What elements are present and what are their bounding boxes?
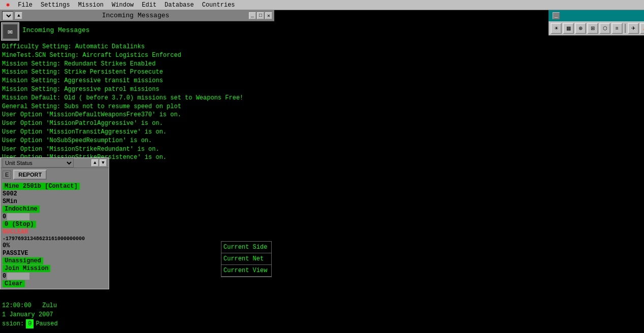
stop-label: 0 (Stop) bbox=[3, 221, 36, 228]
messages-title-text: Incoming Messages bbox=[20, 21, 92, 39]
msg-line-6: Mission Setting: Aggressive patrol missi… bbox=[2, 85, 272, 94]
unassigned-label: Unassigned bbox=[3, 257, 43, 264]
toolbar-btn-7[interactable]: ✈ bbox=[628, 23, 639, 34]
nuclear-label: NUCLEAR bbox=[3, 228, 28, 236]
unit-scroll-down[interactable]: ▼ bbox=[100, 159, 107, 166]
indochine-label: Indochine bbox=[3, 206, 40, 213]
current-side: Current Side bbox=[221, 242, 271, 253]
msg-line-12: User Option 'NoSubSpeedResumption' is on… bbox=[2, 137, 272, 145]
unit-status-tabs: E REPORT bbox=[1, 168, 109, 181]
session-line: ssion: 0 Paused bbox=[2, 319, 77, 328]
pct-label: 0% bbox=[3, 242, 10, 249]
msg-line-8: General Setting: Subs not to resume spee… bbox=[2, 103, 272, 111]
passive-row: PASSIVE bbox=[3, 250, 107, 257]
minimize-button[interactable]: _ bbox=[249, 12, 256, 19]
menu-file[interactable]: File bbox=[14, 1, 37, 10]
left-panel: ▲ Incoming Messages _ □ ✕ Incoming Messa… bbox=[0, 10, 274, 333]
tactical-titlebar: _ Tactical ▲ ▼ bbox=[549, 10, 644, 21]
msg-line-10: User Option 'MissionPatrolAggressive' is… bbox=[2, 119, 272, 128]
report-button[interactable]: REPORT bbox=[13, 170, 47, 180]
s002-label: S002 bbox=[3, 190, 17, 197]
trajectory-svg: ✕ ↖ bbox=[549, 36, 644, 314]
unit-scroll-up[interactable]: ▲ bbox=[91, 159, 99, 166]
msg-line-9: User Option 'MissionDefaultWeaponsFree37… bbox=[2, 111, 272, 119]
menu-database[interactable]: Database bbox=[160, 1, 198, 10]
current-panel: Current Side Current Net Current View bbox=[221, 241, 272, 277]
tactical-minimize-btn[interactable]: _ bbox=[553, 12, 560, 19]
unit-status-dropdown[interactable]: Unit Status bbox=[3, 158, 74, 168]
tactical-toolbar: ☀ ▦ ⊕ ⊞ ⬡ ≡ ✈ ⛵ 🚢 ⊗ 📡 🛰 🚁 🚀 ☢ bbox=[549, 21, 644, 36]
messages-title: Incoming Messages bbox=[22, 12, 249, 19]
session-text: ssion: bbox=[2, 319, 24, 328]
tactical-canvas[interactable]: ✕ ↖ S002 000 0000 VDee bbox=[549, 36, 644, 314]
time-line: 12:00:00 Zulu bbox=[2, 301, 77, 310]
scroll-up-arrow[interactable]: ▲ bbox=[15, 12, 22, 19]
toolbar-btn-8[interactable]: ⛵ bbox=[640, 23, 644, 34]
messages-icon-area: Incoming Messages bbox=[0, 21, 274, 42]
menu-countries[interactable]: Countries bbox=[198, 1, 239, 10]
toolbar-btn-4[interactable]: ⊞ bbox=[587, 23, 598, 34]
msg-line-13: User Option 'MissionStrikeRedundant' is … bbox=[2, 145, 272, 154]
msg-line-5: Mission Setting: Aggressive transit miss… bbox=[2, 77, 272, 85]
msg-line-11: User Option 'MissionTransitAggressive' i… bbox=[2, 128, 272, 137]
val1-box bbox=[7, 213, 29, 220]
smin-row: SMin bbox=[3, 198, 107, 205]
toolbar-btn-6[interactable]: ≡ bbox=[611, 23, 623, 34]
window-controls: _ □ ✕ bbox=[249, 12, 272, 19]
unit-status-panel: Unit Status ▲ ▼ E REPORT Mine 2501b [Con… bbox=[0, 157, 109, 289]
val2-label: 0 bbox=[3, 273, 6, 280]
unit-status-content: Mine 2501b [Contact] S002 SMin Indochine… bbox=[1, 181, 109, 289]
messages-icon-inner bbox=[3, 24, 17, 39]
passive-label: PASSIVE bbox=[3, 250, 28, 257]
maximize-button[interactable]: □ bbox=[257, 12, 264, 19]
messages-dropdown[interactable] bbox=[2, 11, 13, 20]
val2-row: 0 bbox=[3, 273, 107, 280]
clear-row: Clear bbox=[3, 280, 107, 287]
val2-box bbox=[7, 273, 29, 280]
zulu-label: Zulu bbox=[42, 302, 57, 309]
date-display: 1 January 2007 bbox=[2, 311, 53, 318]
close-button[interactable]: ✕ bbox=[265, 12, 272, 19]
toolbar-btn-1[interactable]: ☀ bbox=[551, 23, 562, 34]
time-display: 12:00:00 bbox=[2, 302, 31, 309]
bignumber-row: -17976931348623161000000000 bbox=[3, 236, 107, 242]
main-area: ▲ Incoming Messages _ □ ✕ Incoming Messa… bbox=[0, 10, 644, 333]
stop-row: 0 (Stop) bbox=[3, 221, 107, 228]
messages-icon bbox=[1, 22, 19, 41]
menu-edit[interactable]: Edit bbox=[138, 1, 160, 10]
unit-status-titlebar: Unit Status ▲ ▼ bbox=[1, 158, 109, 168]
toolbar-btn-5[interactable]: ⬡ bbox=[599, 23, 610, 34]
tab-e-button[interactable]: E bbox=[3, 171, 11, 179]
session-badge: 0 bbox=[26, 319, 34, 328]
current-view: Current View bbox=[221, 265, 271, 277]
tactical-title: Tactical bbox=[560, 12, 644, 20]
smin-label: SMin bbox=[3, 198, 17, 205]
tactical-win-left-controls: _ bbox=[553, 12, 560, 19]
val1-label: 0 bbox=[3, 213, 6, 220]
join-mission-label: Join Mission bbox=[3, 265, 50, 272]
toolbar-sep-1 bbox=[625, 24, 626, 33]
big-number-label: -17976931348623161000000000 bbox=[3, 236, 85, 242]
mine-label: Mine 2501b [Contact] bbox=[3, 183, 80, 190]
msg-line-7: Mission Default: Old ( before 3.7.0) mis… bbox=[2, 94, 272, 103]
msg-line-4: Mission Setting: Strike Persistent Prose… bbox=[2, 68, 272, 77]
msg-line-3: Mission Setting: Redundant Strikes Enabl… bbox=[2, 60, 272, 69]
menu-star[interactable]: ✱ bbox=[2, 0, 14, 10]
menu-settings[interactable]: Settings bbox=[37, 1, 74, 10]
menu-window[interactable]: Window bbox=[108, 1, 138, 10]
nuclear-row: NUCLEAR bbox=[3, 228, 107, 236]
val1-row: 0 bbox=[3, 213, 107, 220]
msg-line-1: Difficulty Setting: Automatic Datalinks bbox=[2, 43, 272, 51]
s002-row: S002 bbox=[3, 190, 107, 197]
unit-status-controls: ▲ ▼ bbox=[91, 159, 107, 166]
paused-label: Paused bbox=[36, 319, 57, 328]
indochine-row: Indochine bbox=[3, 206, 107, 213]
date-line: 1 January 2007 bbox=[2, 310, 77, 319]
menu-mission[interactable]: Mission bbox=[74, 1, 108, 10]
menubar: ✱ File Settings Mission Window Edit Data… bbox=[0, 0, 644, 10]
join-mission-row: Join Mission bbox=[3, 265, 107, 272]
toolbar-btn-3[interactable]: ⊕ bbox=[575, 23, 586, 34]
toolbar-btn-2[interactable]: ▦ bbox=[563, 23, 574, 34]
messages-titlebar: ▲ Incoming Messages _ □ ✕ bbox=[0, 10, 274, 21]
bottom-bar: 12:00:00 Zulu 1 January 2007 ssion: 0 Pa… bbox=[0, 300, 79, 333]
